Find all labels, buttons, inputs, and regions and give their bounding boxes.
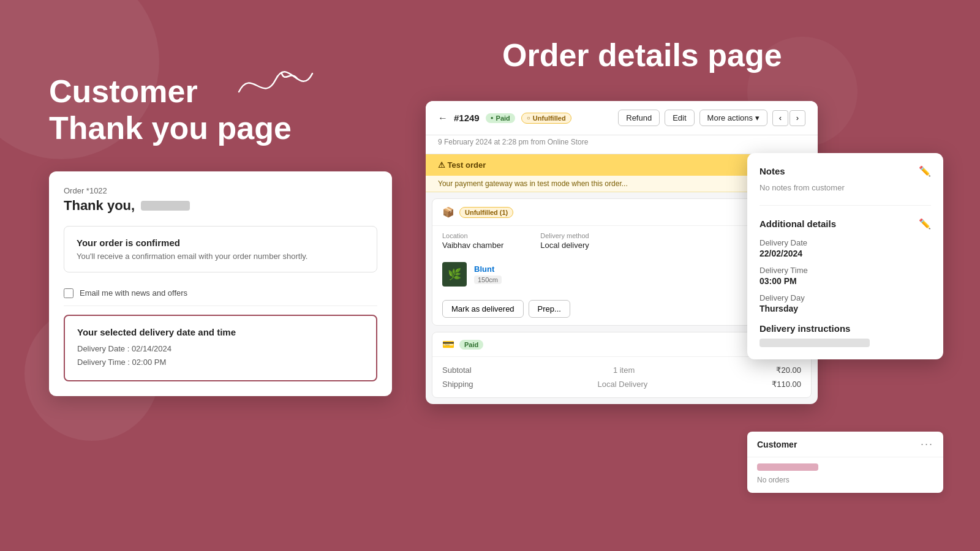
prepare-button[interactable]: Prep... <box>529 300 570 318</box>
notes-title-row: Notes ✏️ <box>760 165 931 177</box>
shipping-price: ₹110.00 <box>772 380 801 389</box>
order-number: Order *1022 <box>64 186 377 195</box>
edit-button[interactable]: Edit <box>665 110 694 126</box>
nav-arrows: ‹ › <box>772 110 805 126</box>
delivery-box: Your selected delivery date and time Del… <box>64 315 377 381</box>
email-checkbox-label: Email me with news and offers <box>80 288 187 298</box>
additional-details-section: Additional details ✏️ Delivery Date 22/0… <box>760 218 931 313</box>
subtotal-price: ₹20.00 <box>776 365 801 375</box>
delivery-date-label: Delivery Date <box>760 238 931 247</box>
notes-edit-icon[interactable]: ✏️ <box>919 165 931 177</box>
panel-header-left: ← #1249 Paid Unfulfilled <box>438 113 571 124</box>
additional-details-title: Additional details <box>760 219 836 229</box>
panel-date: 9 February 2024 at 2:28 pm from Online S… <box>426 135 818 154</box>
location-block: Location Vaibhav chamber <box>442 232 503 250</box>
product-variant: 150cm <box>474 276 502 284</box>
delivery-day-row: Delivery Day Thursday <box>760 293 931 313</box>
badge-unfulfilled: Unfulfilled <box>521 113 571 124</box>
delivery-method-block: Delivery method Local delivery <box>540 232 589 250</box>
order-confirmed-box: Your order is confirmed You'll receive a… <box>64 226 377 272</box>
confirmed-subtitle: You'll receive a confirmation email with… <box>77 252 364 261</box>
refund-button[interactable]: Refund <box>618 110 660 126</box>
customer-name-blurred <box>141 201 190 211</box>
shipping-row: Shipping Local Delivery ₹110.00 <box>442 377 801 391</box>
badge-paid: Paid <box>486 113 515 123</box>
unfulfilled-icon: 📦 <box>442 206 454 218</box>
additional-details-edit-icon[interactable]: ✏️ <box>919 218 931 230</box>
subtotal-label: Subtotal <box>442 365 472 375</box>
notes-empty: No notes from customer <box>760 183 845 192</box>
delivery-method-label: Delivery method <box>540 232 589 239</box>
panel-header-right: Refund Edit More actions ▾ ‹ › <box>618 110 805 126</box>
title-line2: Thank you page <box>49 110 292 146</box>
thank-you-text: Thank you, <box>64 198 377 214</box>
paid-icon: 💳 <box>442 339 454 350</box>
main-title: Customer Thank you page <box>49 73 392 147</box>
unfulfilled-badge: Unfulfilled (1) <box>459 207 513 218</box>
shipping-label: Shipping <box>442 380 473 389</box>
right-section-title: Order details page <box>502 37 782 73</box>
paid-rows: Subtotal 1 item ₹20.00 Shipping Local De… <box>432 357 811 397</box>
order-id: #1249 <box>454 113 480 123</box>
customer-panel-title: Customer <box>757 440 797 449</box>
left-section: Customer Thank you page Order *1022 Than… <box>49 73 392 396</box>
delivery-time-row: Delivery Time 03:00 PM <box>760 266 931 286</box>
customer-name-blurred <box>757 463 818 471</box>
notes-title: Notes <box>760 166 785 176</box>
delivery-details: Delivery Date : 02/14/2024 Delivery Time… <box>77 342 364 369</box>
notes-panel: Notes ✏️ No notes from customer Addition… <box>747 153 943 359</box>
customer-more-button[interactable]: ··· <box>921 438 933 451</box>
title-line1: Customer <box>49 73 198 109</box>
customer-no-orders: No orders <box>747 473 943 493</box>
delivery-date-value: 22/02/2024 <box>760 249 931 258</box>
delivery-instructions-title: Delivery instructions <box>760 323 931 334</box>
email-checkbox-row[interactable]: Email me with news and offers <box>64 281 377 306</box>
thankyou-card: Order *1022 Thank you, Your order is con… <box>49 171 392 396</box>
customer-panel-header: Customer ··· <box>747 432 943 457</box>
delivery-time-label: Delivery Time <box>760 266 931 275</box>
delivery-instructions-blurred <box>760 339 870 347</box>
panel-header: ← #1249 Paid Unfulfilled Refund Edit Mor… <box>426 101 818 135</box>
shipping-method: Local Delivery <box>598 380 648 389</box>
subtotal-row: Subtotal 1 item ₹20.00 <box>442 363 801 377</box>
more-actions-button[interactable]: More actions ▾ <box>699 110 767 126</box>
product-info: Blunt 150cm <box>474 264 502 285</box>
paid-badge: Paid <box>459 340 483 350</box>
chevron-down-icon: ▾ <box>755 113 760 122</box>
delivery-day-value: Thursday <box>760 304 931 313</box>
email-checkbox[interactable] <box>64 288 74 298</box>
product-name[interactable]: Blunt <box>474 264 502 274</box>
delivery-day-label: Delivery Day <box>760 293 931 302</box>
additional-details-title-row: Additional details ✏️ <box>760 218 931 230</box>
delivery-method-value: Local delivery <box>540 241 589 250</box>
mark-delivered-button[interactable]: Mark as delivered <box>442 300 524 318</box>
customer-panel: Customer ··· No orders <box>747 432 943 493</box>
delivery-instructions-section: Delivery instructions <box>760 323 931 347</box>
location-value: Vaibhav chamber <box>442 241 503 250</box>
delivery-date-row: Delivery Date 22/02/2024 <box>760 238 931 258</box>
delivery-time-value: 03:00 PM <box>760 276 931 286</box>
nav-next-button[interactable]: › <box>790 110 805 126</box>
nav-prev-button[interactable]: ‹ <box>772 110 788 126</box>
location-label: Location <box>442 232 503 239</box>
notes-section: Notes ✏️ No notes from customer <box>760 165 931 206</box>
subtotal-items: 1 item <box>613 365 635 375</box>
confirmed-title: Your order is confirmed <box>77 238 364 248</box>
product-thumbnail: 🌿 <box>442 262 467 287</box>
back-arrow[interactable]: ← <box>438 113 448 124</box>
delivery-box-title: Your selected delivery date and time <box>77 327 364 337</box>
